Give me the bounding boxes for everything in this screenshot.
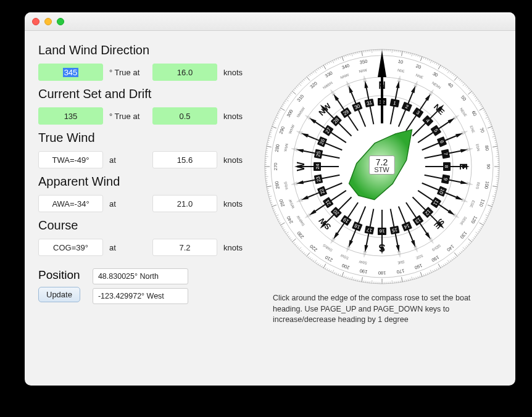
- svg-text:8: 8: [444, 165, 449, 168]
- truewind-angle[interactable]: TWA=-49°: [38, 151, 103, 168]
- appwind-row: AWA=-34° at 21.0 knots: [38, 195, 254, 212]
- compass-rose[interactable]: 0102030405060708090100110120130140150160…: [262, 46, 502, 287]
- current-title: Current Set and Drift: [38, 87, 254, 101]
- course-cog[interactable]: COG=39°: [38, 239, 103, 256]
- stw-readout: 7.2 STW: [368, 155, 394, 175]
- svg-text:W: W: [296, 162, 306, 171]
- position-title: Position: [38, 268, 80, 282]
- minimize-icon[interactable]: [44, 18, 52, 25]
- truewind-title: True Wind: [38, 131, 254, 145]
- landwind-unit2: knots: [223, 68, 254, 77]
- current-direction-input[interactable]: 135: [38, 107, 103, 125]
- landwind-unit1: ° True at: [109, 68, 146, 77]
- close-icon[interactable]: [32, 18, 39, 25]
- longitude-input[interactable]: -123.429972° West: [93, 288, 188, 304]
- svg-text:80: 80: [483, 145, 489, 151]
- landwind-title: Land Wind Direction: [38, 43, 254, 57]
- truewind-speed[interactable]: 15.6: [152, 151, 217, 168]
- current-unit1: ° True at: [109, 112, 146, 121]
- right-panel: 0102030405060708090100110120130140150160…: [260, 43, 503, 379]
- landwind-direction-input[interactable]: 345: [38, 64, 103, 81]
- content: Land Wind Direction 345 ° True at 16.0 k…: [25, 31, 515, 386]
- appwind-speed[interactable]: 21.0: [152, 195, 217, 212]
- appwind-unit1: at: [109, 199, 146, 208]
- truewind-unit1: at: [109, 155, 146, 165]
- course-unit1: at: [109, 243, 146, 252]
- course-row: COG=39° at 7.2 knots: [38, 239, 254, 256]
- landwind-row: 345 ° True at 16.0 knots: [38, 64, 254, 81]
- svg-text:S: S: [378, 242, 385, 253]
- titlebar: [25, 12, 515, 31]
- current-row: 135 ° True at 0.5 knots: [38, 107, 254, 125]
- appwind-title: Apparent Wind: [38, 175, 254, 189]
- latitude-input[interactable]: 48.830025° North: [93, 268, 188, 284]
- current-speed-input[interactable]: 0.5: [152, 107, 217, 125]
- appwind-angle[interactable]: AWA=-34°: [38, 195, 103, 212]
- svg-text:90: 90: [486, 164, 491, 169]
- appwind-unit2: knots: [223, 199, 254, 208]
- position-block: Position Update 48.830025° North -123.42…: [38, 268, 254, 304]
- left-panel: Land Wind Direction 345 ° True at 16.0 k…: [38, 43, 260, 379]
- update-button[interactable]: Update: [38, 287, 80, 302]
- svg-text:180: 180: [378, 270, 386, 276]
- current-unit2: knots: [223, 112, 254, 121]
- svg-text:270: 270: [272, 163, 278, 171]
- landwind-speed-input[interactable]: 16.0: [152, 64, 217, 81]
- svg-text:10: 10: [397, 59, 404, 65]
- svg-text:24: 24: [314, 163, 320, 169]
- course-speed[interactable]: 7.2: [152, 239, 217, 256]
- zoom-icon[interactable]: [57, 18, 64, 25]
- truewind-row: TWA=-49° at 15.6 knots: [38, 151, 254, 168]
- landwind-direction-value: 345: [63, 68, 79, 77]
- compass-help-text: Click around the edge of the compass ros…: [260, 293, 503, 326]
- svg-text:E: E: [457, 163, 468, 170]
- app-window: Land Wind Direction 345 ° True at 16.0 k…: [25, 12, 515, 386]
- truewind-unit2: knots: [223, 155, 254, 165]
- course-unit2: knots: [223, 243, 254, 252]
- course-title: Course: [38, 218, 254, 233]
- svg-text:16: 16: [379, 228, 384, 234]
- stw-label: STW: [374, 166, 389, 173]
